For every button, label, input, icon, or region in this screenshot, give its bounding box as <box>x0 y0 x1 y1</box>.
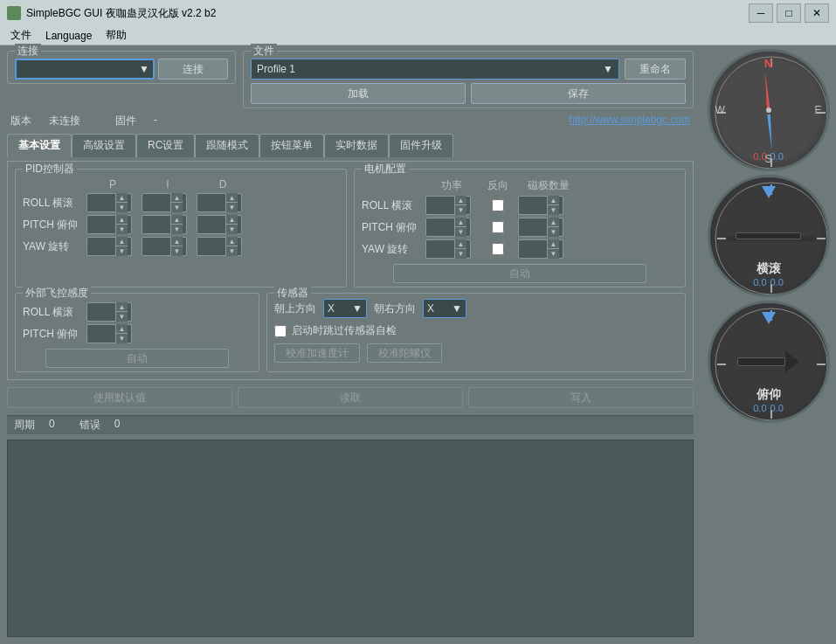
pid-roll-p-up[interactable]: ▲ <box>115 193 128 203</box>
motor-yaw-poles-down[interactable]: ▼ <box>547 249 559 259</box>
menu-help[interactable]: 帮助 <box>99 26 134 45</box>
pid-roll-i-input[interactable]: 0 <box>142 197 170 209</box>
motor-roll-poles-up[interactable]: ▲ <box>547 196 559 205</box>
connect-button[interactable]: 连接 <box>158 59 228 80</box>
close-button[interactable]: ✕ <box>805 3 829 23</box>
pid-yaw-i-arrows[interactable]: ▲ ▼ <box>170 237 183 256</box>
pid-pitch-i-arrows[interactable]: ▲ ▼ <box>170 215 183 234</box>
pid-roll-p-arrows[interactable]: ▲ ▼ <box>115 193 128 212</box>
tab-rc[interactable]: RC设置 <box>136 134 195 157</box>
save-button[interactable]: 保存 <box>471 83 686 104</box>
pid-roll-d-input[interactable]: 0 <box>197 197 225 209</box>
motor-yaw-poles-spinner[interactable]: 0 ▲ ▼ <box>518 239 563 259</box>
load-button[interactable]: 加载 <box>251 83 466 104</box>
motor-roll-poles-input[interactable]: 0 <box>519 199 547 211</box>
ext-roll-up[interactable]: ▲ <box>115 302 128 312</box>
pid-pitch-d-up[interactable]: ▲ <box>225 215 238 225</box>
motor-roll-power-arrows[interactable]: ▲ ▼ <box>454 196 466 215</box>
port-dropdown[interactable]: ▼ <box>15 59 155 80</box>
ext-roll-input[interactable]: 0 <box>87 306 115 318</box>
ext-auto-button[interactable]: 自动 <box>45 349 229 368</box>
motor-auto-button[interactable]: 自动 <box>393 264 646 283</box>
calibrate-acc-button[interactable]: 校准加速度计 <box>274 343 360 363</box>
tab-follow[interactable]: 跟随模式 <box>195 134 259 157</box>
motor-yaw-power-input[interactable]: 0 <box>426 243 454 255</box>
pid-pitch-d-down[interactable]: ▼ <box>225 225 238 234</box>
pid-pitch-p-input[interactable]: 0 <box>87 218 115 231</box>
motor-roll-power-spinner[interactable]: 0 ▲ ▼ <box>425 196 471 215</box>
pid-roll-d-up[interactable]: ▲ <box>225 193 238 203</box>
pid-yaw-d-spinner[interactable]: 0 ▲ ▼ <box>197 237 242 256</box>
pid-pitch-d-arrows[interactable]: ▲ ▼ <box>225 215 238 234</box>
defaults-button[interactable]: 使用默认值 <box>7 387 232 408</box>
pid-yaw-i-input[interactable]: 0 <box>142 240 170 253</box>
auto-detect-checkbox[interactable] <box>274 325 287 337</box>
motor-roll-poles-down[interactable]: ▼ <box>547 205 559 215</box>
pid-pitch-d-input[interactable]: 0 <box>197 218 225 231</box>
pid-pitch-i-spinner[interactable]: 0 ▲ ▼ <box>142 215 187 234</box>
pid-pitch-i-down[interactable]: ▼ <box>170 225 183 234</box>
read-button[interactable]: 读取 <box>238 387 463 408</box>
motor-pitch-power-down[interactable]: ▼ <box>454 227 466 237</box>
website-link[interactable]: http://www.simplebgc.com <box>569 114 690 128</box>
motor-pitch-poles-down[interactable]: ▼ <box>547 227 559 237</box>
pid-roll-d-arrows[interactable]: ▲ ▼ <box>225 193 238 212</box>
pid-roll-d-spinner[interactable]: 0 ▲ ▼ <box>197 193 242 212</box>
motor-pitch-power-up[interactable]: ▲ <box>454 218 466 227</box>
motor-roll-power-down[interactable]: ▼ <box>454 205 466 215</box>
motor-roll-power-up[interactable]: ▲ <box>454 196 466 205</box>
pid-roll-i-down[interactable]: ▼ <box>170 203 183 212</box>
ext-pitch-input[interactable]: 0 <box>87 328 115 340</box>
motor-yaw-poles-input[interactable]: 0 <box>519 243 547 255</box>
pid-yaw-d-up[interactable]: ▲ <box>225 237 238 246</box>
menu-file[interactable]: 文件 <box>3 26 38 45</box>
motor-roll-power-input[interactable]: 0 <box>426 199 454 211</box>
motor-yaw-power-spinner[interactable]: 0 ▲ ▼ <box>425 239 471 259</box>
maximize-button[interactable]: □ <box>777 3 801 23</box>
sensor-forward-dropdown[interactable]: X ▼ <box>323 299 367 318</box>
pid-yaw-i-up[interactable]: ▲ <box>170 237 183 246</box>
pid-yaw-p-down[interactable]: ▼ <box>115 246 128 256</box>
motor-pitch-reverse-checkbox[interactable] <box>492 221 504 233</box>
motor-pitch-poles-up[interactable]: ▲ <box>547 218 559 227</box>
ext-roll-spinner[interactable]: 0 ▲ ▼ <box>86 302 132 322</box>
pid-roll-p-input[interactable]: 0 <box>87 197 115 209</box>
motor-pitch-poles-arrows[interactable]: ▲ ▼ <box>547 218 559 237</box>
motor-yaw-poles-arrows[interactable]: ▲ ▼ <box>547 239 559 259</box>
minimize-button[interactable]: ─ <box>749 3 773 23</box>
pid-yaw-i-down[interactable]: ▼ <box>170 246 183 256</box>
motor-roll-poles-spinner[interactable]: 0 ▲ ▼ <box>518 196 563 215</box>
pid-pitch-d-spinner[interactable]: 0 ▲ ▼ <box>197 215 242 234</box>
tab-basic[interactable]: 基本设置 <box>7 134 72 157</box>
pid-yaw-d-input[interactable]: 0 <box>197 240 225 253</box>
write-button[interactable]: 写入 <box>468 387 694 408</box>
pid-pitch-i-up[interactable]: ▲ <box>170 215 183 225</box>
profile-dropdown[interactable]: Profile 1 ▼ <box>251 59 619 80</box>
motor-yaw-power-arrows[interactable]: ▲ ▼ <box>454 239 466 259</box>
ext-pitch-down[interactable]: ▼ <box>115 334 128 343</box>
motor-pitch-poles-input[interactable]: 0 <box>519 221 547 233</box>
tab-advanced[interactable]: 高级设置 <box>72 134 136 157</box>
pid-pitch-p-arrows[interactable]: ▲ ▼ <box>115 215 128 234</box>
pid-roll-p-spinner[interactable]: 0 ▲ ▼ <box>86 193 132 212</box>
pid-yaw-d-arrows[interactable]: ▲ ▼ <box>225 237 238 256</box>
motor-pitch-power-input[interactable]: 0 <box>426 221 454 233</box>
pid-pitch-p-down[interactable]: ▼ <box>115 225 128 234</box>
motor-yaw-reverse-checkbox[interactable] <box>492 243 504 255</box>
motor-pitch-power-arrows[interactable]: ▲ ▼ <box>454 218 466 237</box>
pid-roll-i-up[interactable]: ▲ <box>170 193 183 203</box>
pid-yaw-p-arrows[interactable]: ▲ ▼ <box>115 237 128 256</box>
pid-roll-d-down[interactable]: ▼ <box>225 203 238 212</box>
pid-yaw-i-spinner[interactable]: 0 ▲ ▼ <box>142 237 187 256</box>
motor-yaw-power-down[interactable]: ▼ <box>454 249 466 259</box>
pid-yaw-p-spinner[interactable]: 0 ▲ ▼ <box>86 237 132 256</box>
rename-button[interactable]: 重命名 <box>625 59 686 80</box>
motor-roll-poles-arrows[interactable]: ▲ ▼ <box>547 196 559 215</box>
menu-language[interactable]: Language <box>38 28 99 44</box>
tab-firmware[interactable]: 固件升级 <box>389 134 453 157</box>
pid-roll-p-down[interactable]: ▼ <box>115 203 128 212</box>
pid-yaw-p-input[interactable]: 0 <box>87 240 115 253</box>
pid-yaw-p-up[interactable]: ▲ <box>115 237 128 246</box>
tab-realtime[interactable]: 实时数据 <box>324 134 389 157</box>
motor-roll-reverse-checkbox[interactable] <box>492 199 504 211</box>
